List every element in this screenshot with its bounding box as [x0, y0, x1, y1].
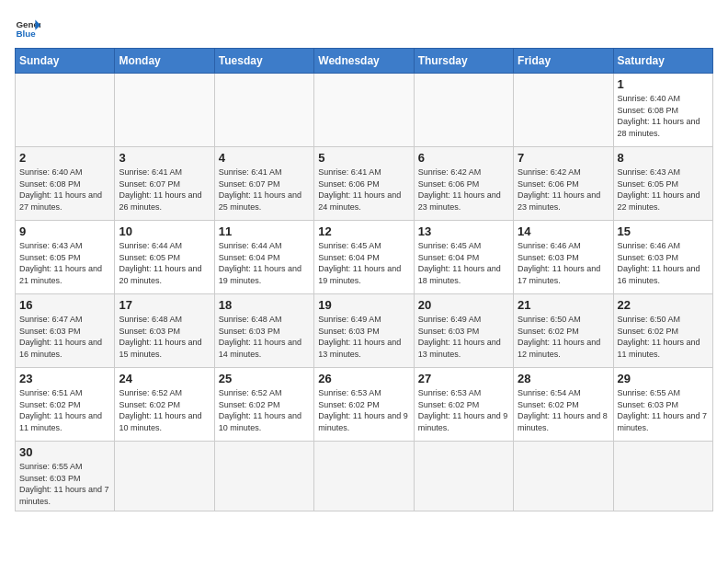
cell-info: Sunrise: 6:54 AM Sunset: 6:02 PM Dayligh…	[518, 387, 609, 433]
calendar-cell: 17Sunrise: 6:48 AM Sunset: 6:03 PM Dayli…	[115, 294, 214, 368]
calendar-cell: 23Sunrise: 6:51 AM Sunset: 6:02 PM Dayli…	[16, 368, 115, 442]
calendar-cell: 18Sunrise: 6:48 AM Sunset: 6:03 PM Dayli…	[214, 294, 313, 368]
day-number: 27	[418, 372, 509, 385]
svg-text:Blue: Blue	[16, 29, 36, 39]
calendar-cell: 24Sunrise: 6:52 AM Sunset: 6:02 PM Dayli…	[115, 368, 214, 442]
day-number: 4	[219, 151, 310, 165]
cell-info: Sunrise: 6:53 AM Sunset: 6:02 PM Dayligh…	[418, 387, 509, 433]
day-number: 5	[318, 151, 409, 165]
calendar-cell: 21Sunrise: 6:50 AM Sunset: 6:02 PM Dayli…	[514, 294, 613, 368]
day-number: 15	[618, 224, 709, 238]
cell-info: Sunrise: 6:43 AM Sunset: 6:05 PM Dayligh…	[618, 167, 709, 213]
day-number: 3	[119, 151, 210, 165]
calendar-week-row: 23Sunrise: 6:51 AM Sunset: 6:02 PM Dayli…	[16, 368, 713, 442]
day-number: 30	[19, 445, 110, 459]
cell-info: Sunrise: 6:40 AM Sunset: 6:08 PM Dayligh…	[618, 93, 709, 139]
calendar-cell: 15Sunrise: 6:46 AM Sunset: 6:03 PM Dayli…	[613, 221, 712, 294]
calendar-cell	[115, 74, 214, 147]
day-number: 22	[618, 298, 709, 312]
calendar-cell: 26Sunrise: 6:53 AM Sunset: 6:02 PM Dayli…	[314, 368, 414, 442]
cell-info: Sunrise: 6:43 AM Sunset: 6:05 PM Dayligh…	[19, 240, 110, 286]
calendar-cell	[414, 442, 513, 511]
day-number: 18	[219, 298, 310, 312]
cell-info: Sunrise: 6:45 AM Sunset: 6:04 PM Dayligh…	[418, 240, 509, 286]
calendar-cell: 14Sunrise: 6:46 AM Sunset: 6:03 PM Dayli…	[514, 221, 613, 294]
day-number: 25	[219, 372, 310, 385]
day-number: 7	[518, 151, 609, 165]
cell-info: Sunrise: 6:55 AM Sunset: 6:03 PM Dayligh…	[19, 461, 110, 507]
weekday-header-cell: Saturday	[613, 49, 712, 74]
calendar-cell	[613, 442, 712, 511]
day-number: 20	[418, 298, 509, 312]
day-number: 14	[518, 224, 609, 238]
cell-info: Sunrise: 6:45 AM Sunset: 6:04 PM Dayligh…	[318, 240, 409, 286]
day-number: 9	[19, 224, 110, 238]
calendar-cell	[314, 442, 414, 511]
calendar-cell: 5Sunrise: 6:41 AM Sunset: 6:06 PM Daylig…	[314, 147, 414, 221]
calendar-cell	[214, 74, 313, 147]
day-number: 8	[618, 151, 709, 165]
calendar-cell	[314, 74, 414, 147]
calendar-week-row: 16Sunrise: 6:47 AM Sunset: 6:03 PM Dayli…	[16, 294, 713, 368]
calendar-cell	[115, 442, 214, 511]
cell-info: Sunrise: 6:40 AM Sunset: 6:08 PM Dayligh…	[19, 167, 110, 213]
cell-info: Sunrise: 6:47 AM Sunset: 6:03 PM Dayligh…	[19, 314, 110, 360]
day-number: 12	[318, 224, 409, 238]
calendar-cell: 27Sunrise: 6:53 AM Sunset: 6:02 PM Dayli…	[414, 368, 513, 442]
day-number: 19	[318, 298, 409, 312]
weekday-header-cell: Thursday	[414, 49, 513, 74]
calendar-week-row: 2Sunrise: 6:40 AM Sunset: 6:08 PM Daylig…	[16, 147, 713, 221]
day-number: 28	[518, 372, 609, 385]
calendar-week-row: 30Sunrise: 6:55 AM Sunset: 6:03 PM Dayli…	[16, 442, 713, 511]
calendar-week-row: 9Sunrise: 6:43 AM Sunset: 6:05 PM Daylig…	[16, 221, 713, 294]
calendar-cell	[16, 74, 115, 147]
calendar-cell: 2Sunrise: 6:40 AM Sunset: 6:08 PM Daylig…	[16, 147, 115, 221]
calendar-cell	[214, 442, 313, 511]
calendar-cell: 7Sunrise: 6:42 AM Sunset: 6:06 PM Daylig…	[514, 147, 613, 221]
calendar-cell: 4Sunrise: 6:41 AM Sunset: 6:07 PM Daylig…	[214, 147, 313, 221]
calendar-cell: 12Sunrise: 6:45 AM Sunset: 6:04 PM Dayli…	[314, 221, 414, 294]
cell-info: Sunrise: 6:50 AM Sunset: 6:02 PM Dayligh…	[518, 314, 609, 360]
calendar-cell: 1Sunrise: 6:40 AM Sunset: 6:08 PM Daylig…	[613, 74, 712, 147]
calendar-cell	[414, 74, 513, 147]
cell-info: Sunrise: 6:41 AM Sunset: 6:06 PM Dayligh…	[318, 167, 409, 213]
day-number: 29	[618, 372, 709, 385]
day-number: 26	[318, 372, 409, 385]
calendar-cell: 16Sunrise: 6:47 AM Sunset: 6:03 PM Dayli…	[16, 294, 115, 368]
day-number: 21	[518, 298, 609, 312]
calendar-cell: 11Sunrise: 6:44 AM Sunset: 6:04 PM Dayli…	[214, 221, 313, 294]
cell-info: Sunrise: 6:41 AM Sunset: 6:07 PM Dayligh…	[219, 167, 310, 213]
calendar-cell: 28Sunrise: 6:54 AM Sunset: 6:02 PM Dayli…	[514, 368, 613, 442]
calendar-cell: 13Sunrise: 6:45 AM Sunset: 6:04 PM Dayli…	[414, 221, 513, 294]
calendar-week-row: 1Sunrise: 6:40 AM Sunset: 6:08 PM Daylig…	[16, 74, 713, 147]
cell-info: Sunrise: 6:42 AM Sunset: 6:06 PM Dayligh…	[418, 167, 509, 213]
day-number: 10	[119, 224, 210, 238]
calendar-cell: 20Sunrise: 6:49 AM Sunset: 6:03 PM Dayli…	[414, 294, 513, 368]
calendar-cell: 30Sunrise: 6:55 AM Sunset: 6:03 PM Dayli…	[16, 442, 115, 511]
cell-info: Sunrise: 6:51 AM Sunset: 6:02 PM Dayligh…	[19, 387, 110, 433]
day-number: 11	[219, 224, 310, 238]
cell-info: Sunrise: 6:49 AM Sunset: 6:03 PM Dayligh…	[318, 314, 409, 360]
day-number: 24	[119, 372, 210, 385]
cell-info: Sunrise: 6:53 AM Sunset: 6:02 PM Dayligh…	[318, 387, 409, 433]
cell-info: Sunrise: 6:46 AM Sunset: 6:03 PM Dayligh…	[518, 240, 609, 286]
calendar-cell: 8Sunrise: 6:43 AM Sunset: 6:05 PM Daylig…	[613, 147, 712, 221]
calendar-cell: 19Sunrise: 6:49 AM Sunset: 6:03 PM Dayli…	[314, 294, 414, 368]
day-number: 16	[19, 298, 110, 312]
calendar-cell: 3Sunrise: 6:41 AM Sunset: 6:07 PM Daylig…	[115, 147, 214, 221]
calendar-table: SundayMondayTuesdayWednesdayThursdayFrid…	[15, 48, 713, 511]
weekday-header-cell: Tuesday	[214, 49, 313, 74]
weekday-header-cell: Wednesday	[314, 49, 414, 74]
weekday-header-cell: Friday	[514, 49, 613, 74]
calendar-cell	[514, 442, 613, 511]
cell-info: Sunrise: 6:48 AM Sunset: 6:03 PM Dayligh…	[119, 314, 210, 360]
cell-info: Sunrise: 6:41 AM Sunset: 6:07 PM Dayligh…	[119, 167, 210, 213]
cell-info: Sunrise: 6:42 AM Sunset: 6:06 PM Dayligh…	[518, 167, 609, 213]
day-number: 6	[418, 151, 509, 165]
day-number: 2	[19, 151, 110, 165]
cell-info: Sunrise: 6:52 AM Sunset: 6:02 PM Dayligh…	[119, 387, 210, 433]
cell-info: Sunrise: 6:49 AM Sunset: 6:03 PM Dayligh…	[418, 314, 509, 360]
cell-info: Sunrise: 6:52 AM Sunset: 6:02 PM Dayligh…	[219, 387, 310, 433]
weekday-header-cell: Monday	[115, 49, 214, 74]
day-number: 17	[119, 298, 210, 312]
